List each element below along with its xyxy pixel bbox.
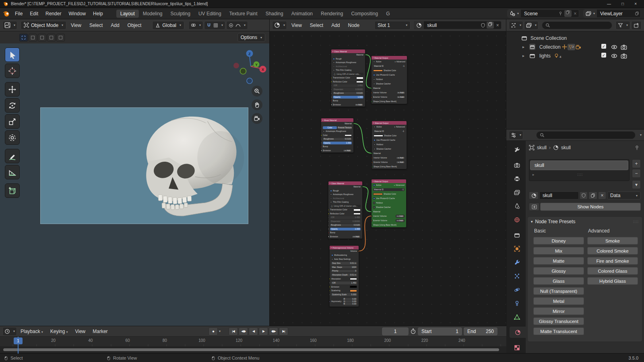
checkbox[interactable] [374, 139, 376, 141]
node-row[interactable]: Shape [Using Base Mesh] [372, 223, 406, 227]
node-row[interactable]: IOR1.450 [328, 216, 362, 220]
add-button[interactable]: +Add [396, 91, 405, 94]
workspace-tab-sculpting[interactable]: Sculpting [167, 10, 194, 18]
toggle-button[interactable]: Fresnel Texture [338, 126, 352, 129]
node-row[interactable]: Shape [Using Base Mesh] [372, 99, 407, 104]
editor-type-selector[interactable]: ▾ [272, 21, 287, 30]
tab-constraints[interactable] [510, 298, 524, 309]
add-button[interactable]: +Add [352, 235, 361, 238]
camera-icon[interactable] [621, 53, 627, 59]
node-row[interactable]: Active▾Advanced [372, 125, 407, 129]
node-row[interactable]: Architectural [328, 197, 362, 201]
preset-button-smoke[interactable]: Smoke [587, 237, 638, 245]
snap-toggle[interactable]: ▾ [204, 21, 225, 30]
select-set-button[interactable] [19, 34, 28, 41]
node-row[interactable]: Emission+Add [328, 235, 362, 239]
add-button[interactable]: +Add [355, 103, 363, 106]
node-row[interactable]: Opacity1.000 [321, 141, 353, 145]
measure-tool-button[interactable] [5, 165, 20, 179]
checkbox[interactable] [330, 201, 332, 203]
value-slider[interactable]: Dispersion0.00000 [330, 220, 361, 223]
node-row[interactable]: Interior Volume+Add [372, 90, 407, 95]
socket-yellow[interactable] [331, 81, 332, 83]
value-slider[interactable]: Step Size0.01 m [331, 262, 357, 265]
node-row[interactable]: Absorption Depth0.01 m [330, 273, 359, 277]
node-row[interactable]: Emission [330, 285, 359, 289]
viewport-menu-select[interactable]: Select [86, 22, 106, 29]
unlink-button[interactable]: × [598, 191, 606, 200]
node-editor[interactable]: ▾Glass MaterialMaterialRoughAnisotropic … [270, 31, 506, 326]
node-row[interactable]: Holdout [372, 201, 406, 205]
orientation-selector[interactable]: Global▾ [152, 21, 184, 30]
value-slider[interactable]: Opacity1.000 [333, 96, 363, 99]
preset-button-glossy-translucent[interactable]: Glossy Translucent [533, 317, 584, 325]
move-tool-button[interactable] [5, 82, 20, 97]
preset-button-null-transparent-[interactable]: Null (Transparent) [533, 287, 584, 295]
blender-logo-icon[interactable] [3, 10, 10, 17]
node-row[interactable]: Roughness0.0100 [331, 91, 365, 95]
end-frame-field[interactable]: End250 [464, 327, 497, 335]
node-row[interactable]: Thin Film Coating [328, 200, 362, 204]
workspace-tab-shading[interactable]: Shading [262, 10, 287, 18]
value-field[interactable]: Material ID-1 [373, 65, 405, 68]
outliner-row-collection[interactable]: ▸Collection▽2✓ [506, 43, 644, 51]
checkbox[interactable] [373, 83, 375, 85]
node-row[interactable]: Scattering [330, 289, 359, 293]
node-row[interactable]: Absorption [330, 277, 359, 281]
eye-icon[interactable] [611, 44, 617, 50]
socket-yellow[interactable] [330, 290, 330, 292]
node-row[interactable]: Rough [331, 57, 365, 61]
editor-type-selector[interactable]: ▾ [509, 131, 523, 140]
node-row[interactable]: Bump [321, 145, 353, 149]
socket-grey[interactable] [328, 224, 329, 226]
node-menu-add[interactable]: Add [328, 22, 343, 29]
workspace-tab-texture-paint[interactable]: Texture Paint [225, 10, 262, 18]
node-row[interactable]: Shape [Using Base Mesh] [372, 165, 407, 169]
material-slot-selector[interactable]: Slot 1▾ [374, 21, 411, 30]
node-row[interactable]: Reflection Color [331, 80, 365, 84]
camera-view-icon[interactable] [252, 113, 262, 124]
node-header[interactable]: ▾Material Output [372, 56, 407, 60]
node-row[interactable]: Transmission Color [328, 208, 362, 212]
timeline-ruler[interactable]: 204060801001201401601802002202401 [0, 336, 506, 346]
preset-button-fire-and-smoke[interactable]: Fire and Smoke [587, 257, 638, 265]
chevron-down-icon[interactable]: ▾ [640, 133, 642, 137]
editor-type-selector[interactable]: ▾ [2, 21, 17, 30]
vector-slider[interactable]: B0.00 [343, 303, 357, 305]
outliner-row-lights[interactable]: ▸lights4✓ [506, 51, 644, 60]
node-row[interactable]: Emission+Add [321, 149, 353, 153]
breadcrumb-object[interactable]: skull [537, 145, 547, 150]
checkbox[interactable] [333, 69, 335, 71]
tab-texture[interactable] [510, 342, 524, 353]
tab-scene[interactable] [510, 200, 524, 212]
value-field[interactable]: Material ID-1 [374, 130, 405, 133]
value-slider[interactable]: Max. Steps1024 [331, 266, 357, 269]
preset-button-glossy[interactable]: Glossy [533, 267, 584, 275]
node-row[interactable]: Use PhotonGI Cache [372, 138, 407, 142]
socket-red[interactable] [331, 100, 332, 102]
timeline-menu-keying[interactable]: Keying▾ [47, 328, 72, 335]
socket-orange[interactable] [358, 251, 359, 253]
copy-icon[interactable] [487, 22, 494, 29]
socket-white[interactable] [321, 150, 322, 152]
preset-button-metal[interactable]: Metal [533, 297, 584, 305]
node-header[interactable]: ▾Glass Material [328, 181, 362, 185]
node-row[interactable]: Architectural [331, 65, 365, 69]
socket-grey[interactable] [328, 217, 329, 219]
node-row[interactable]: Anisotropic Roughness [331, 61, 365, 65]
node-row[interactable]: Exterior Volume+Add [372, 218, 406, 223]
node-out2[interactable]: ▾Material OutputActive▾AdvancedMaterial … [372, 121, 407, 169]
value-slider[interactable]: Scattering Scale5.000 [331, 293, 357, 296]
node-row[interactable]: ⓘUsing IOR of interior volu... [331, 72, 365, 76]
breadcrumb-material[interactable]: skull [561, 145, 571, 150]
value-slider[interactable]: IOR1.450 [330, 216, 361, 219]
node-row[interactable]: Holdout [372, 77, 407, 82]
socket-orange[interactable] [372, 157, 373, 159]
outliner-row-scene-collection[interactable]: Scene Collection [506, 34, 644, 42]
node-row[interactable]: Dispersion0.00000 [331, 88, 365, 92]
material-name-field[interactable]: skull [539, 191, 579, 200]
shield-button[interactable] [580, 191, 588, 200]
viewlayer-selector[interactable]: ▾ ViewLayer [583, 9, 641, 18]
node-row[interactable]: Holdout [372, 142, 407, 147]
scene-name[interactable]: Scene [521, 11, 557, 16]
